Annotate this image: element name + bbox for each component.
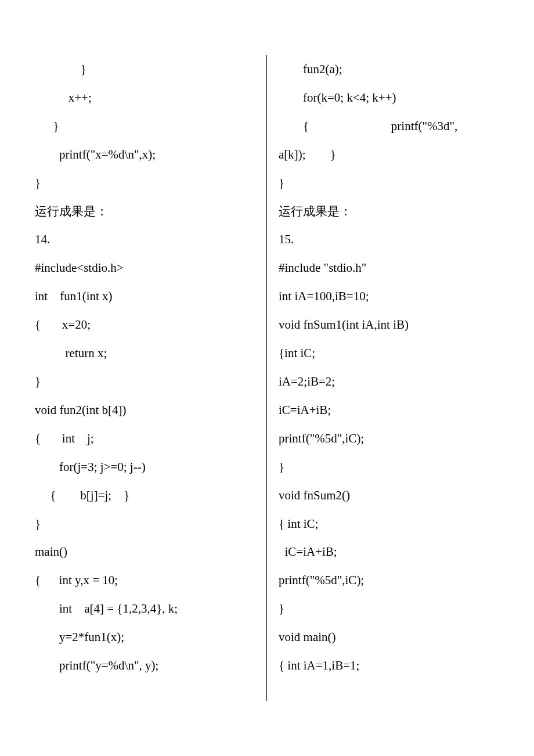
code-line: { int y,x = 10; xyxy=(35,566,255,595)
code-line: void fun2(int b[4]) xyxy=(35,396,255,424)
code-line: } xyxy=(35,112,255,141)
result-label: 运行成果是： xyxy=(35,197,255,226)
code-line: { int iA=1,iB=1; xyxy=(279,651,499,680)
code-line: #include "stdio.h" xyxy=(279,254,499,282)
code-line: { int j; xyxy=(35,424,255,453)
code-line: } xyxy=(35,169,255,197)
code-line: return x; xyxy=(35,339,255,368)
code-line: printf("%5d",iC); xyxy=(279,424,499,453)
left-column: } x++; } printf("x=%d\n",x); } 运行成果是： 14… xyxy=(35,55,267,701)
code-line: main() xyxy=(35,538,255,566)
code-line: for(k=0; k<4; k++) xyxy=(279,84,499,112)
code-line: y=2*fun1(x); xyxy=(35,623,255,651)
code-line: iC=iA+iB; xyxy=(279,396,499,424)
code-line: fun2(a); xyxy=(279,55,499,84)
code-line: } xyxy=(279,169,499,197)
code-line: iC=iA+iB; xyxy=(279,538,499,566)
code-line: { int iC; xyxy=(279,510,499,538)
code-line: { x=20; xyxy=(35,311,255,339)
code-line: void fnSum2() xyxy=(279,481,499,510)
code-line: #include<stdio.h> xyxy=(35,254,255,282)
code-line: { printf("%3d", xyxy=(279,112,499,141)
code-line: x++; xyxy=(35,84,255,112)
document-page: } x++; } printf("x=%d\n",x); } 运行成果是： 14… xyxy=(0,0,534,756)
code-line: } xyxy=(35,55,255,84)
code-line: } xyxy=(35,368,255,396)
code-line: {int iC; xyxy=(279,339,499,368)
two-column-layout: } x++; } printf("x=%d\n",x); } 运行成果是： 14… xyxy=(35,55,499,701)
question-number: 15. xyxy=(279,225,499,254)
code-line: printf("x=%d\n",x); xyxy=(35,141,255,169)
code-line: int fun1(int x) xyxy=(35,282,255,311)
code-line: int iA=100,iB=10; xyxy=(279,282,499,311)
right-column: fun2(a); for(k=0; k<4; k++) { printf("%3… xyxy=(267,55,499,701)
code-line: { b[j]=j; } xyxy=(35,481,255,510)
code-line: printf("%5d",iC); xyxy=(279,566,499,595)
code-line: a[k]); } xyxy=(279,141,499,169)
code-line: iA=2;iB=2; xyxy=(279,368,499,396)
question-number: 14. xyxy=(35,225,255,254)
result-label: 运行成果是： xyxy=(279,197,499,226)
code-line: void fnSum1(int iA,int iB) xyxy=(279,311,499,339)
code-line: } xyxy=(279,453,499,481)
code-line: for(j=3; j>=0; j--) xyxy=(35,453,255,481)
code-line: printf("y=%d\n", y); xyxy=(35,651,255,680)
code-line: } xyxy=(279,595,499,623)
code-line: int a[4] = {1,2,3,4}, k; xyxy=(35,595,255,623)
code-line: void main() xyxy=(279,623,499,651)
code-line: } xyxy=(35,510,255,538)
